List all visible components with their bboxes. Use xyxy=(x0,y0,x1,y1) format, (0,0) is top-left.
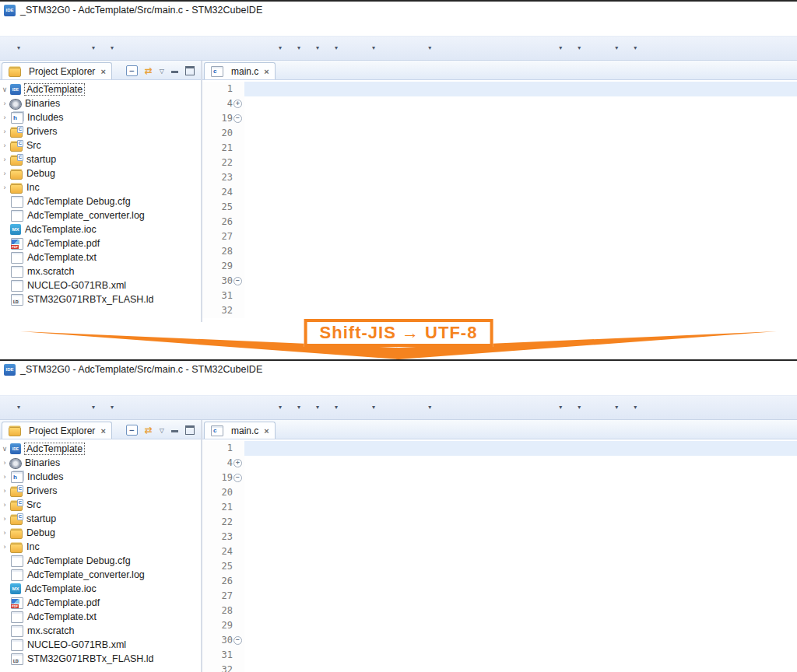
code-line[interactable]: 23 xyxy=(202,170,797,185)
tree-item[interactable]: AdcTemplate.txt xyxy=(0,610,201,624)
close-icon[interactable]: × xyxy=(100,67,105,76)
code-line[interactable]: 1 xyxy=(202,441,797,456)
close-icon[interactable]: × xyxy=(100,426,105,436)
code-line[interactable]: 27 xyxy=(202,589,797,604)
fold-toggle-icon[interactable] xyxy=(233,636,242,645)
code-line[interactable]: 4 xyxy=(202,96,797,111)
menu-item[interactable] xyxy=(17,26,31,29)
code-line[interactable]: 24 xyxy=(202,544,797,559)
tree-item[interactable]: › Debug xyxy=(0,526,201,540)
code-line[interactable]: 27 xyxy=(202,229,797,244)
expand-chevron-icon[interactable]: › xyxy=(0,184,9,191)
menu-item[interactable] xyxy=(115,385,129,388)
expand-chevron-icon[interactable]: › xyxy=(0,100,9,107)
menu-item[interactable] xyxy=(101,385,115,388)
maximize-icon[interactable] xyxy=(185,66,195,75)
expand-chevron-icon[interactable]: › xyxy=(0,114,9,121)
tree-item[interactable]: ∨ AdcTemplate xyxy=(0,82,201,96)
menu-item[interactable] xyxy=(115,26,129,29)
code-line[interactable]: 28 xyxy=(202,604,797,618)
tree-item[interactable]: › Src xyxy=(0,498,201,512)
tree-item[interactable]: › Drivers xyxy=(0,484,201,498)
tree-item[interactable]: STM32G071RBTx_FLASH.ld xyxy=(0,292,201,306)
expand-chevron-icon[interactable]: › xyxy=(0,529,9,537)
tree-item[interactable]: › Debug xyxy=(0,166,201,180)
tree-item[interactable]: › Inc xyxy=(0,540,201,554)
expand-chevron-icon[interactable]: › xyxy=(0,487,9,495)
code-line[interactable]: 21 xyxy=(202,500,797,515)
code-line[interactable]: 19 xyxy=(202,111,797,126)
menu-item[interactable] xyxy=(31,385,45,388)
minimize-icon[interactable] xyxy=(171,430,178,432)
view-menu-icon[interactable]: ▽ xyxy=(160,68,164,75)
menu-item[interactable] xyxy=(73,26,87,29)
fold-toggle-icon[interactable] xyxy=(233,277,242,285)
view-menu-icon[interactable]: ▽ xyxy=(160,427,164,434)
code-line[interactable]: 20 xyxy=(202,485,797,500)
tree-item[interactable]: › startup xyxy=(0,512,201,526)
tab-project-explorer[interactable]: Project Explorer × xyxy=(2,422,112,439)
menu-item[interactable] xyxy=(101,26,115,29)
fold-toggle-icon[interactable] xyxy=(233,459,242,467)
tree-item[interactable]: › Drivers xyxy=(0,124,201,138)
tree-item[interactable]: AdcTemplate Debug.cfg xyxy=(0,554,201,568)
tree-item[interactable]: mx.scratch xyxy=(0,264,201,278)
code-line[interactable]: 1 xyxy=(202,82,797,96)
close-icon[interactable]: × xyxy=(264,67,269,76)
expand-chevron-icon[interactable]: › xyxy=(0,142,9,149)
code-line[interactable]: 31 xyxy=(202,289,797,303)
code-line[interactable]: 29 xyxy=(202,618,797,633)
code-line[interactable]: 25 xyxy=(202,200,797,215)
code-line[interactable]: 24 xyxy=(202,185,797,200)
tree-item[interactable]: NUCLEO-G071RB.xml xyxy=(0,638,201,652)
expand-chevron-icon[interactable]: › xyxy=(0,543,9,551)
menu-item[interactable] xyxy=(45,26,59,29)
tree-item[interactable]: AdcTemplate.ioc xyxy=(0,582,201,596)
code-line[interactable]: 25 xyxy=(202,559,797,574)
expand-chevron-icon[interactable]: › xyxy=(0,459,9,467)
menu-item[interactable] xyxy=(87,385,101,388)
menu-item[interactable] xyxy=(17,385,31,388)
link-with-editor-icon[interactable]: ⇄ xyxy=(145,66,153,75)
tree-item[interactable]: AdcTemplate_converter.log xyxy=(0,568,201,582)
code-editor[interactable]: 1 4 19 2 xyxy=(202,439,797,672)
code-line[interactable]: 23 xyxy=(202,530,797,544)
menu-item[interactable] xyxy=(31,26,45,29)
tree-item[interactable]: AdcTemplate_converter.log xyxy=(0,208,201,222)
code-line[interactable]: 30 xyxy=(202,633,797,648)
menu-item[interactable] xyxy=(73,385,87,388)
tree-item[interactable]: AdcTemplate Debug.cfg xyxy=(0,194,201,208)
menu-item[interactable] xyxy=(3,26,17,29)
code-line[interactable]: 32 xyxy=(202,663,797,672)
close-icon[interactable]: × xyxy=(264,426,269,436)
code-line[interactable]: 30 xyxy=(202,274,797,289)
menu-item[interactable] xyxy=(129,385,143,388)
fold-toggle-icon[interactable] xyxy=(233,474,242,482)
maximize-icon[interactable] xyxy=(185,425,195,435)
code-line[interactable]: 26 xyxy=(202,574,797,589)
code-line[interactable]: 20 xyxy=(202,126,797,141)
expand-chevron-icon[interactable]: ∨ xyxy=(0,86,9,93)
link-with-editor-icon[interactable]: ⇄ xyxy=(145,425,153,435)
tree-item[interactable]: NUCLEO-G071RB.xml xyxy=(0,278,201,292)
tree-item[interactable]: AdcTemplate.pdf xyxy=(0,236,201,250)
code-line[interactable]: 29 xyxy=(202,259,797,274)
code-line[interactable]: 4 xyxy=(202,456,797,471)
menu-item[interactable] xyxy=(3,385,17,388)
menu-item[interactable] xyxy=(129,26,143,29)
tree-item[interactable]: AdcTemplate.pdf xyxy=(0,596,201,610)
tab-main-c[interactable]: main.c × xyxy=(204,422,276,439)
tree-item[interactable]: › Includes xyxy=(0,470,201,484)
menu-item[interactable] xyxy=(59,26,73,29)
code-line[interactable]: 19 xyxy=(202,471,797,485)
code-line[interactable]: 26 xyxy=(202,215,797,229)
tree-item[interactable]: › Inc xyxy=(0,180,201,194)
code-line[interactable]: 22 xyxy=(202,156,797,170)
tree-item[interactable]: › Src xyxy=(0,138,201,152)
tree-item[interactable]: AdcTemplate.txt xyxy=(0,250,201,264)
tab-project-explorer[interactable]: Project Explorer × xyxy=(2,62,112,79)
expand-chevron-icon[interactable]: › xyxy=(0,515,9,523)
code-line[interactable]: 32 xyxy=(202,303,797,318)
tree-item[interactable]: STM32G071RBTx_FLASH.ld xyxy=(0,652,201,666)
tree-item[interactable]: › Binaries xyxy=(0,456,201,470)
